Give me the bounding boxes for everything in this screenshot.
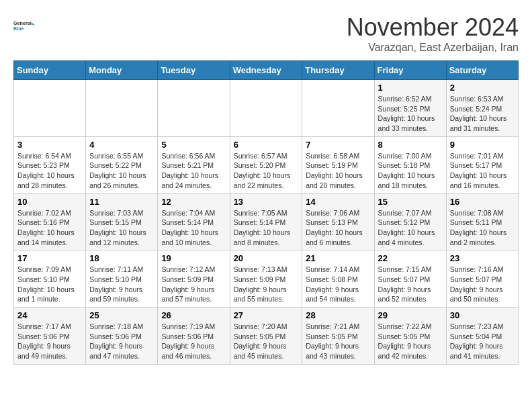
day-number: 12 — [161, 197, 226, 207]
day-cell: 23Sunrise: 7:16 AM Sunset: 5:07 PM Dayli… — [446, 250, 518, 308]
day-info: Sunrise: 7:15 AM Sunset: 5:07 PM Dayligh… — [378, 265, 443, 304]
location: Varazqan, East Azerbaijan, Iran — [347, 42, 519, 54]
day-cell: 10Sunrise: 7:02 AM Sunset: 5:16 PM Dayli… — [14, 193, 86, 250]
header-cell-monday: Monday — [86, 61, 158, 80]
day-cell: 18Sunrise: 7:11 AM Sunset: 5:10 PM Dayli… — [86, 250, 158, 308]
day-info: Sunrise: 6:52 AM Sunset: 5:25 PM Dayligh… — [378, 94, 443, 134]
day-cell: 26Sunrise: 7:19 AM Sunset: 5:06 PM Dayli… — [158, 308, 230, 365]
day-info: Sunrise: 6:55 AM Sunset: 5:22 PM Dayligh… — [89, 151, 154, 191]
day-cell: 28Sunrise: 7:21 AM Sunset: 5:05 PM Dayli… — [302, 308, 374, 365]
logo-icon: GeneralBlue — [13, 13, 38, 38]
week-row-3: 10Sunrise: 7:02 AM Sunset: 5:16 PM Dayli… — [14, 193, 519, 250]
day-cell: 7Sunrise: 6:58 AM Sunset: 5:19 PM Daylig… — [302, 136, 374, 193]
day-cell: 16Sunrise: 7:08 AM Sunset: 5:11 PM Dayli… — [446, 193, 518, 250]
day-info: Sunrise: 6:58 AM Sunset: 5:19 PM Dayligh… — [306, 151, 370, 191]
day-cell: 29Sunrise: 7:22 AM Sunset: 5:05 PM Dayli… — [374, 308, 446, 365]
day-number: 3 — [17, 140, 82, 150]
day-cell: 12Sunrise: 7:04 AM Sunset: 5:14 PM Dayli… — [158, 193, 230, 250]
day-number: 11 — [89, 197, 154, 207]
day-number: 4 — [89, 140, 154, 150]
day-cell: 4Sunrise: 6:55 AM Sunset: 5:22 PM Daylig… — [86, 136, 158, 193]
week-row-4: 17Sunrise: 7:09 AM Sunset: 5:10 PM Dayli… — [14, 250, 519, 308]
day-cell: 5Sunrise: 6:56 AM Sunset: 5:21 PM Daylig… — [158, 136, 230, 193]
day-cell: 15Sunrise: 7:07 AM Sunset: 5:12 PM Dayli… — [374, 193, 446, 250]
day-info: Sunrise: 7:20 AM Sunset: 5:05 PM Dayligh… — [234, 322, 299, 361]
day-number: 5 — [161, 140, 226, 150]
header-row: SundayMondayTuesdayWednesdayThursdayFrid… — [14, 61, 519, 80]
day-cell — [230, 80, 302, 137]
day-cell: 9Sunrise: 7:01 AM Sunset: 5:17 PM Daylig… — [446, 136, 518, 193]
day-info: Sunrise: 7:12 AM Sunset: 5:09 PM Dayligh… — [161, 265, 226, 304]
day-number: 1 — [378, 83, 443, 93]
day-cell: 25Sunrise: 7:18 AM Sunset: 5:06 PM Dayli… — [86, 308, 158, 365]
day-number: 18 — [89, 253, 154, 263]
day-info: Sunrise: 7:19 AM Sunset: 5:06 PM Dayligh… — [161, 322, 226, 361]
day-cell: 22Sunrise: 7:15 AM Sunset: 5:07 PM Dayli… — [374, 250, 446, 308]
header-cell-friday: Friday — [374, 61, 446, 80]
day-info: Sunrise: 7:03 AM Sunset: 5:15 PM Dayligh… — [89, 208, 154, 248]
day-info: Sunrise: 6:54 AM Sunset: 5:23 PM Dayligh… — [17, 151, 82, 191]
day-number: 7 — [306, 140, 370, 150]
day-number: 16 — [450, 197, 515, 207]
day-number: 10 — [17, 197, 82, 207]
day-cell: 8Sunrise: 7:00 AM Sunset: 5:18 PM Daylig… — [374, 136, 446, 193]
day-number: 24 — [17, 310, 82, 320]
day-number: 23 — [450, 253, 515, 263]
day-info: Sunrise: 7:11 AM Sunset: 5:10 PM Dayligh… — [89, 265, 154, 304]
day-info: Sunrise: 7:05 AM Sunset: 5:14 PM Dayligh… — [234, 208, 299, 248]
day-number: 22 — [378, 253, 443, 263]
day-cell — [302, 80, 374, 137]
day-info: Sunrise: 7:14 AM Sunset: 5:08 PM Dayligh… — [306, 265, 370, 304]
day-info: Sunrise: 7:23 AM Sunset: 5:04 PM Dayligh… — [450, 322, 515, 361]
week-row-1: 1Sunrise: 6:52 AM Sunset: 5:25 PM Daylig… — [14, 80, 519, 137]
day-number: 28 — [306, 310, 370, 320]
day-info: Sunrise: 7:00 AM Sunset: 5:18 PM Dayligh… — [378, 151, 443, 191]
day-number: 19 — [161, 253, 226, 263]
day-number: 8 — [378, 140, 443, 150]
svg-text:Blue: Blue — [13, 26, 24, 32]
day-cell: 6Sunrise: 6:57 AM Sunset: 5:20 PM Daylig… — [230, 136, 302, 193]
logo: GeneralBlue — [13, 13, 38, 38]
header-cell-thursday: Thursday — [302, 61, 374, 80]
day-cell: 27Sunrise: 7:20 AM Sunset: 5:05 PM Dayli… — [230, 308, 302, 365]
header-cell-sunday: Sunday — [14, 61, 86, 80]
svg-text:General: General — [13, 20, 32, 26]
day-number: 26 — [161, 310, 226, 320]
title-block: November 2024 Varazqan, East Azerbaijan,… — [347, 13, 519, 54]
day-cell: 24Sunrise: 7:17 AM Sunset: 5:06 PM Dayli… — [14, 308, 86, 365]
page-header: GeneralBlue November 2024 Varazqan, East… — [13, 13, 519, 54]
day-cell: 13Sunrise: 7:05 AM Sunset: 5:14 PM Dayli… — [230, 193, 302, 250]
day-cell: 30Sunrise: 7:23 AM Sunset: 5:04 PM Dayli… — [446, 308, 518, 365]
week-row-5: 24Sunrise: 7:17 AM Sunset: 5:06 PM Dayli… — [14, 308, 519, 365]
day-info: Sunrise: 7:08 AM Sunset: 5:11 PM Dayligh… — [450, 208, 515, 248]
day-cell — [86, 80, 158, 137]
day-cell: 14Sunrise: 7:06 AM Sunset: 5:13 PM Dayli… — [302, 193, 374, 250]
day-number: 20 — [234, 253, 299, 263]
day-number: 25 — [89, 310, 154, 320]
day-cell: 21Sunrise: 7:14 AM Sunset: 5:08 PM Dayli… — [302, 250, 374, 308]
day-info: Sunrise: 6:56 AM Sunset: 5:21 PM Dayligh… — [161, 151, 226, 191]
day-info: Sunrise: 7:01 AM Sunset: 5:17 PM Dayligh… — [450, 151, 515, 191]
header-cell-tuesday: Tuesday — [158, 61, 230, 80]
calendar-table: SundayMondayTuesdayWednesdayThursdayFrid… — [13, 60, 519, 365]
day-cell: 1Sunrise: 6:52 AM Sunset: 5:25 PM Daylig… — [374, 80, 446, 137]
day-info: Sunrise: 7:22 AM Sunset: 5:05 PM Dayligh… — [378, 322, 443, 361]
day-number: 2 — [450, 83, 515, 93]
svg-marker-2 — [32, 23, 35, 26]
week-row-2: 3Sunrise: 6:54 AM Sunset: 5:23 PM Daylig… — [14, 136, 519, 193]
day-info: Sunrise: 7:17 AM Sunset: 5:06 PM Dayligh… — [17, 322, 82, 361]
month-title: November 2024 — [347, 13, 519, 42]
day-info: Sunrise: 7:02 AM Sunset: 5:16 PM Dayligh… — [17, 208, 82, 248]
day-info: Sunrise: 7:07 AM Sunset: 5:12 PM Dayligh… — [378, 208, 443, 248]
day-info: Sunrise: 7:13 AM Sunset: 5:09 PM Dayligh… — [234, 265, 299, 304]
day-info: Sunrise: 7:21 AM Sunset: 5:05 PM Dayligh… — [306, 322, 370, 361]
day-cell: 3Sunrise: 6:54 AM Sunset: 5:23 PM Daylig… — [14, 136, 86, 193]
day-cell: 19Sunrise: 7:12 AM Sunset: 5:09 PM Dayli… — [158, 250, 230, 308]
day-info: Sunrise: 7:18 AM Sunset: 5:06 PM Dayligh… — [89, 322, 154, 361]
day-number: 6 — [234, 140, 299, 150]
day-number: 14 — [306, 197, 370, 207]
day-cell: 17Sunrise: 7:09 AM Sunset: 5:10 PM Dayli… — [14, 250, 86, 308]
header-cell-saturday: Saturday — [446, 61, 518, 80]
day-number: 17 — [17, 253, 82, 263]
day-info: Sunrise: 7:09 AM Sunset: 5:10 PM Dayligh… — [17, 265, 82, 304]
